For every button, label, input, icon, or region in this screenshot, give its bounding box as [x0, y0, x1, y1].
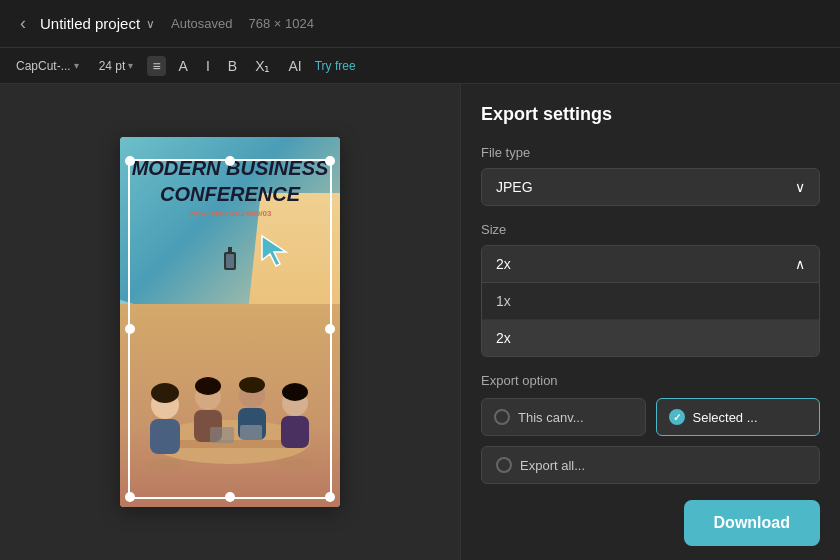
- size-section: Size 2x ∧ 1x 2x: [481, 222, 820, 373]
- file-type-chevron-icon: ∨: [795, 179, 805, 195]
- bold-icon[interactable]: B: [223, 56, 242, 76]
- autosaved-status: Autosaved: [171, 16, 232, 31]
- download-button[interactable]: Download: [684, 500, 820, 546]
- svg-point-21: [277, 457, 313, 469]
- people-scene: [120, 297, 340, 497]
- export-option-label: Export option: [481, 373, 820, 388]
- design-title-line1: MODERN BUSINESS: [132, 157, 329, 179]
- lantern-icon: [221, 247, 239, 279]
- size-option-1x[interactable]: 1x: [482, 283, 819, 320]
- design-date: 2024/09/01-2024/09/03: [189, 209, 272, 218]
- svg-point-20: [147, 459, 183, 471]
- selected-radio[interactable]: [669, 409, 685, 425]
- design-content: MODERN BUSINESS CONFERENCE 2024/09/01-20…: [120, 137, 340, 507]
- toolbar: CapCut-... 24 pt ≡ A I B X₁ AI Try free: [0, 48, 840, 84]
- canvas-dimensions: 768 × 1024: [249, 16, 314, 31]
- svg-point-11: [195, 377, 221, 395]
- topbar: ‹ Untitled project ∨ Autosaved 768 × 102…: [0, 0, 840, 48]
- ai-icon[interactable]: AI: [283, 56, 306, 76]
- size-value: 2x: [496, 256, 511, 272]
- svg-point-17: [282, 383, 308, 401]
- export-panel: Export settings File type JPEG ∨ Size 2x…: [460, 84, 840, 560]
- project-title: Untitled project: [40, 15, 140, 32]
- size-dropdown: 1x 2x: [481, 283, 820, 357]
- try-free-link[interactable]: Try free: [315, 59, 356, 73]
- font-size-selector[interactable]: 24 pt: [93, 57, 140, 75]
- svg-rect-3: [226, 254, 234, 268]
- export-title: Export settings: [481, 104, 820, 125]
- size-option-2x[interactable]: 2x: [482, 320, 819, 356]
- file-type-value: JPEG: [496, 179, 533, 195]
- svg-rect-7: [150, 419, 180, 454]
- canvas-area[interactable]: MODERN BUSINESS CONFERENCE 2024/09/01-20…: [0, 84, 460, 560]
- export-all-label: Export all...: [520, 458, 585, 473]
- size-select[interactable]: 2x ∧: [481, 245, 820, 283]
- font-family-selector[interactable]: CapCut-...: [10, 57, 85, 75]
- svg-rect-18: [210, 427, 234, 443]
- export-all-radio[interactable]: [496, 457, 512, 473]
- svg-point-8: [151, 383, 179, 403]
- size-chevron-icon: ∧: [795, 256, 805, 272]
- text-align-icon[interactable]: ≡: [147, 56, 165, 76]
- selected-button[interactable]: Selected ...: [656, 398, 821, 436]
- design-card: MODERN BUSINESS CONFERENCE 2024/09/01-20…: [120, 137, 340, 507]
- topbar-left: ‹ Untitled project ∨ Autosaved 768 × 102…: [12, 9, 314, 38]
- svg-rect-16: [281, 416, 309, 448]
- export-all-button[interactable]: Export all...: [481, 446, 820, 484]
- this-canvas-label: This canv...: [518, 410, 584, 425]
- back-button[interactable]: ‹: [12, 9, 34, 38]
- selected-label: Selected ...: [693, 410, 758, 425]
- size-label: Size: [481, 222, 820, 237]
- main-content: MODERN BUSINESS CONFERENCE 2024/09/01-20…: [0, 84, 840, 560]
- project-title-chevron-icon[interactable]: ∨: [146, 17, 155, 31]
- svg-rect-19: [240, 425, 262, 440]
- export-all-row: Export all...: [481, 446, 820, 484]
- design-title-line2: CONFERENCE: [160, 183, 300, 205]
- svg-rect-1: [228, 247, 232, 252]
- subscript-icon[interactable]: X₁: [250, 56, 275, 76]
- text-color-icon[interactable]: A: [174, 56, 193, 76]
- this-canvas-radio[interactable]: [494, 409, 510, 425]
- svg-point-14: [239, 377, 265, 393]
- file-type-select[interactable]: JPEG ∨: [481, 168, 820, 206]
- italic-icon[interactable]: I: [201, 56, 215, 76]
- export-options-row: This canv... Selected ...: [481, 398, 820, 436]
- this-canvas-button[interactable]: This canv...: [481, 398, 646, 436]
- file-type-label: File type: [481, 145, 820, 160]
